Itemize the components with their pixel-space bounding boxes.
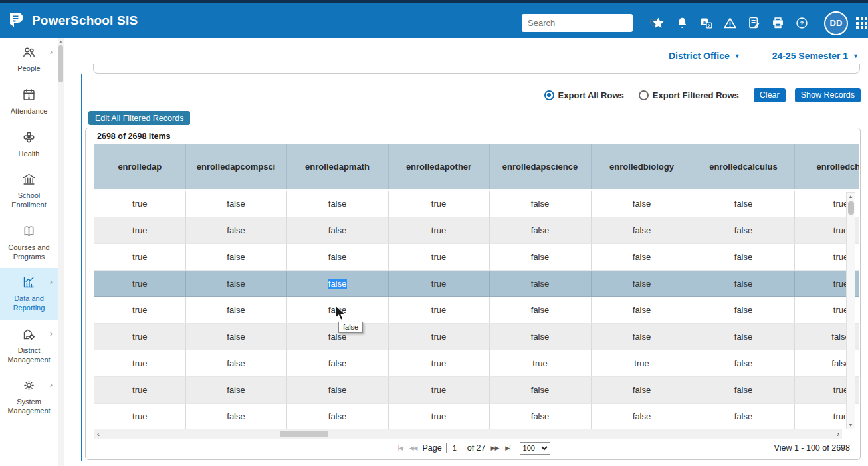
table-cell[interactable]: false [286, 217, 388, 243]
table-cell[interactable]: false [693, 190, 794, 217]
scrollbar-thumb[interactable] [280, 431, 328, 437]
search-input[interactable] [522, 18, 649, 28]
table-cell[interactable]: false [489, 323, 591, 350]
sidebar-item-district-management[interactable]: › District Management [0, 320, 58, 372]
table-cell[interactable]: false [693, 243, 794, 270]
column-header-enrolledche[interactable]: enrolledche [794, 144, 859, 190]
table-cell[interactable]: false [693, 296, 794, 323]
table-cell[interactable]: false [286, 190, 388, 217]
export-filtered-rows-radio[interactable]: Export Filtered Rows [639, 90, 739, 100]
table-cell[interactable]: true [94, 376, 185, 403]
table-cell[interactable]: false [489, 296, 591, 323]
table-cell[interactable]: true [94, 323, 185, 350]
table-cell[interactable]: true [94, 190, 185, 217]
table-cell[interactable]: false [591, 217, 693, 243]
table-cell[interactable]: true [388, 217, 489, 243]
table-cell[interactable]: false [591, 270, 693, 296]
table-cell[interactable]: true [94, 296, 185, 323]
sidebar-scrollbar[interactable]: ▲ [58, 38, 64, 466]
pager-last-icon[interactable]: ▶| [504, 445, 511, 451]
column-header-enrolledap[interactable]: enrolledap [94, 144, 185, 190]
pager-prev-icon[interactable]: ◀◀ [408, 445, 419, 451]
column-header-enrolledapscience[interactable]: enrolledapscience [489, 144, 591, 190]
column-header-enrolledbiology[interactable]: enrolledbiology [591, 144, 693, 190]
table-cell[interactable]: false [489, 376, 591, 403]
table-cell[interactable]: false [693, 323, 794, 350]
scroll-up-icon[interactable]: ▲ [847, 194, 855, 199]
table-cell[interactable]: true [388, 190, 489, 217]
table-cell[interactable]: true [388, 270, 489, 296]
column-header-enrolledapmath[interactable]: enrolledapmath [286, 144, 388, 190]
table-cell[interactable]: false [591, 403, 693, 429]
table-cell[interactable]: false [185, 403, 286, 429]
sidebar-item-data-reporting[interactable]: › Data and Reporting [0, 268, 58, 320]
scroll-up-icon[interactable]: ▲ [58, 38, 64, 43]
school-selector[interactable]: District Office ▼ [669, 51, 740, 61]
show-records-button[interactable]: Show Records [795, 88, 861, 102]
scroll-right-icon[interactable]: › [837, 430, 839, 438]
favorites-star-icon[interactable] [651, 16, 665, 30]
table-cell[interactable]: false [489, 217, 591, 243]
table-cell[interactable]: false [489, 270, 591, 296]
sidebar-item-system-management[interactable]: › System Management [0, 371, 58, 423]
table-cell[interactable]: false [693, 217, 794, 243]
table-cell[interactable]: false [489, 190, 591, 217]
page-size-select[interactable]: 100 [520, 442, 550, 455]
sidebar-item-attendance[interactable]: Attendance [0, 80, 58, 123]
table-cell[interactable]: false [185, 296, 286, 323]
column-header-enrolledapcompsci[interactable]: enrolledapcompsci [185, 144, 286, 190]
radio-selected-icon[interactable] [544, 90, 554, 100]
table-vertical-scrollbar[interactable]: ▲ ▼ [846, 192, 855, 429]
pager-first-icon[interactable]: |◀ [396, 445, 403, 451]
scrollbar-thumb[interactable] [848, 201, 854, 215]
column-header-enrolledapother[interactable]: enrolledapother [388, 144, 489, 190]
help-icon[interactable]: ? [795, 16, 809, 30]
table-cell[interactable]: true [94, 350, 185, 376]
clear-button[interactable]: Clear [754, 88, 786, 102]
table-cell[interactable]: false [286, 296, 388, 323]
inline-edit-selected-text[interactable]: false [328, 279, 347, 289]
table-cell[interactable]: true [388, 296, 489, 323]
table-cell[interactable]: true [489, 350, 591, 376]
radio-unselected-icon[interactable] [639, 90, 649, 100]
table-cell[interactable]: false [489, 403, 591, 429]
print-icon[interactable] [771, 16, 785, 30]
export-all-rows-radio[interactable]: Export All Rows [544, 90, 624, 100]
table-cell[interactable]: false [185, 243, 286, 270]
table-cell[interactable]: false [693, 350, 794, 376]
sidebar-item-courses-programs[interactable]: Courses and Programs [0, 217, 58, 269]
table-cell[interactable]: false [286, 270, 388, 296]
column-header-enrolledcalculus[interactable]: enrolledcalculus [693, 144, 794, 190]
table-cell[interactable]: false [185, 270, 286, 296]
table-cell[interactable]: false [185, 323, 286, 350]
table-cell[interactable]: false [185, 376, 286, 403]
table-cell[interactable]: true [94, 270, 185, 296]
table-cell[interactable]: false [591, 376, 693, 403]
table-cell[interactable]: false [286, 376, 388, 403]
brand[interactable]: PowerSchool SIS [7, 11, 138, 31]
edit-all-filtered-records-button[interactable]: Edit All Filtered Records [88, 111, 190, 125]
sidebar-item-school-enrollment[interactable]: School Enrollment [0, 165, 58, 217]
table-cell[interactable]: false [693, 270, 794, 296]
table-cell[interactable]: true [388, 350, 489, 376]
table-horizontal-scrollbar[interactable]: ‹ › [94, 429, 842, 439]
table-cell[interactable]: false [185, 350, 286, 376]
table-cell[interactable]: false [286, 403, 388, 429]
table-cell[interactable]: true [388, 403, 489, 429]
pager-next-icon[interactable]: ▶▶ [490, 445, 500, 451]
page-number-input[interactable] [446, 443, 463, 453]
table-cell[interactable]: true [591, 350, 693, 376]
table-cell[interactable]: true [388, 376, 489, 403]
app-switcher-grid-icon[interactable] [856, 17, 867, 29]
table-cell[interactable]: false [185, 217, 286, 243]
table-cell[interactable]: false [286, 243, 388, 270]
scrollbar-thumb[interactable] [58, 45, 63, 82]
table-cell[interactable]: true [388, 243, 489, 270]
table-cell[interactable]: true [94, 403, 185, 429]
forms-report-icon[interactable] [747, 16, 761, 30]
sidebar-item-people[interactable]: › People [0, 38, 58, 80]
table-cell[interactable]: false [591, 296, 693, 323]
table-cell[interactable]: true [388, 323, 489, 350]
table-cell[interactable]: false [591, 190, 693, 217]
table-cell[interactable]: false [591, 323, 693, 350]
